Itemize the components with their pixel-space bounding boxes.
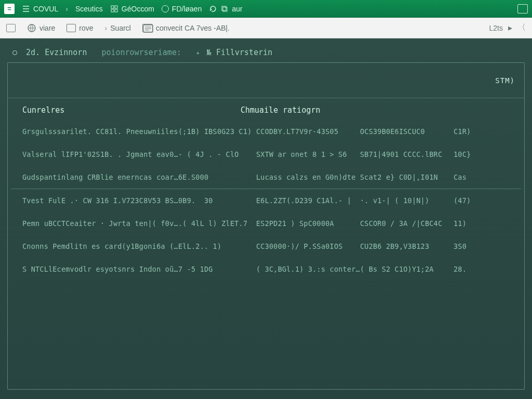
svg-rect-0: [111, 6, 114, 8]
toolbar-item-2[interactable]: › Suarcl: [105, 24, 131, 32]
ribbon: = COVUL › Sceutics GéOccom FD/løaen aur: [0, 0, 532, 18]
cell: (;1B) IBS0G23 C1): [178, 127, 256, 136]
cell: CSCOR0 / 3A /|CBC4C: [360, 219, 454, 228]
grid-icon: [110, 5, 118, 13]
cell: ( Bs S2 C1O)Y1;2A: [360, 265, 454, 273]
cell: 11): [454, 219, 510, 228]
ribbon-item-1[interactable]: Sceutics: [75, 5, 103, 13]
cell: S NTCLlEcemvodlr esyotsnrs Indon oũ CC (…: [22, 265, 178, 273]
page-icon: [66, 24, 76, 32]
cell: .( 4lL l) ZlET.7_: [178, 219, 256, 228]
ribbon-label: Sceutics: [75, 5, 103, 13]
toolbar-item-1[interactable]: rove: [66, 24, 93, 32]
tab-b[interactable]: poionrowrseriame:: [101, 48, 181, 57]
svg-rect-4: [222, 6, 226, 10]
cell: Pemn uBCCTCeaiter · Jwrta ten|( f0vl. I …: [22, 219, 178, 228]
cell: Valseral lIFP1'02S1B. . Jgmant eav00 -- …: [22, 150, 178, 158]
form-icon: [142, 24, 153, 32]
table-row[interactable]: Grsgulsssarilet. CC81l. Pneeuwniiles (;1…: [11, 120, 521, 143]
document-icon[interactable]: [6, 24, 16, 32]
stage: 2d. Evzinnorn poionrowrseriame: ✦ № Fill…: [0, 38, 532, 399]
layers-icon: [220, 5, 229, 13]
table-row[interactable]: Cnonns Pemdlitn es card(y1Bgoni6a (| 81 …: [11, 235, 521, 258]
euro-icon: [162, 5, 169, 12]
cell: Gudspantinlang CRBlie enerncas coars l.e…: [22, 173, 178, 181]
svg-rect-5: [223, 7, 227, 11]
table-row[interactable]: Valseral lIFP1'02S1B. . Jgmant eav00 -- …: [11, 143, 521, 166]
svg-rect-2: [111, 9, 114, 12]
tab-c[interactable]: ✦ № Fillvrsterin: [196, 48, 272, 57]
cell: CCODBY.LT7V9r-43S05: [256, 127, 360, 136]
app-menu-button[interactable]: =: [4, 4, 15, 14]
toolbar-label: convecit CA 7ves -AB|.: [156, 24, 230, 32]
cell: 6E.S000: [178, 173, 256, 181]
cell: OCS39B0E6ISCUC0: [360, 127, 454, 136]
toolbar-item-3[interactable]: convecit CA 7ves -AB|.: [142, 24, 230, 32]
panel-corner-label: STM): [495, 76, 515, 85]
globe-icon: [27, 23, 36, 33]
cell: Grsgulsssarilet. CC81l. Pneeuwniiles: [22, 127, 178, 136]
toolbar-label: rove: [79, 24, 93, 32]
cell: 28.: [454, 265, 510, 273]
toolbar: viare rove › Suarcl convecit CA 7ves -AB…: [0, 18, 532, 38]
cell: SXTW ar onet 8 1 > S6: [256, 150, 360, 158]
cell: Lucass calzs en G0n)dte: [256, 173, 360, 181]
toolbar-label: Suarcl: [110, 24, 131, 32]
ribbon-item-0[interactable]: COVUL: [22, 5, 58, 13]
rows: Grsgulsssarilet. CC81l. Pneeuwniiles (;1…: [8, 117, 524, 283]
toolbar-right-label: L2ts: [489, 24, 503, 32]
chevron-right-icon: ›: [65, 5, 68, 13]
cell: Cas: [454, 173, 510, 181]
ribbon-label: FD/løaen: [172, 5, 202, 13]
cell: 3S0: [454, 242, 510, 250]
chevron-left-icon[interactable]: 〈: [517, 22, 526, 33]
refresh-icon: [209, 5, 217, 13]
cell: ElL.2.. 1): [178, 242, 256, 250]
cell: 7 -5 1DG: [178, 265, 256, 273]
list-icon: [22, 5, 30, 13]
table-row[interactable]: Tvest FulE .· CW 316 I.V723C8V53 BSS10V …: [11, 189, 521, 212]
table-row[interactable]: Gudspantinlang CRBlie enerncas coars l.e…: [11, 166, 521, 189]
table-row[interactable]: Pemn uBCCTCeaiter · Jwrta ten|( f0vl. I …: [11, 212, 521, 235]
cell: (47): [454, 196, 510, 205]
play-icon[interactable]: ▸: [508, 23, 512, 33]
cell: 10C}: [454, 150, 510, 158]
column-headers: Cunrelres Chmuaile ratiogrn: [8, 98, 524, 117]
table-row[interactable]: S NTCLlEcemvodlr esyotsnrs Indon oũ CC (…: [11, 258, 521, 281]
tab-a[interactable]: 2d. Evzinnorn: [12, 48, 87, 57]
radio-icon: [12, 50, 17, 55]
tab-label: poionrowrseriame:: [101, 48, 181, 57]
panel: STM) Cunrelres Chmuaile ratiogrn Grsguls…: [7, 62, 525, 390]
cell: - ( 4J . - ClO: [178, 150, 256, 158]
cell: CU2B6 2B9,V3B123: [360, 242, 454, 250]
cell: SB71|4901 CCCC.lBRC: [360, 150, 454, 158]
chevron-right-icon: ›: [105, 24, 108, 32]
tabs: 2d. Evzinnorn poionrowrseriame: ✦ № Fill…: [7, 46, 525, 62]
tab-label: 2d. Evzinnorn: [26, 48, 87, 57]
ribbon-label: aur: [232, 5, 242, 13]
cell: ES2PD21 ) SpC0000A: [256, 219, 360, 228]
ribbon-item-2[interactable]: GéOccom: [110, 5, 154, 13]
toolbar-label: viare: [39, 24, 55, 32]
column-header-left: Cunrelres: [22, 105, 241, 115]
ribbon-label: GéOccom: [122, 5, 154, 13]
panel-header: STM): [8, 63, 524, 98]
cell: 0B9. _30: [178, 196, 256, 205]
cell: Scat2 e} C0D|,I01N: [360, 173, 454, 181]
ribbon-label: COVUL: [33, 5, 58, 13]
toolbar-item-0[interactable]: viare: [27, 23, 55, 33]
svg-rect-1: [115, 6, 117, 8]
cell: ·. v1-| ( 10|N|): [360, 196, 454, 205]
toolbar-right: L2ts ▸ 〈: [489, 22, 526, 33]
cell: CC30000·)/ P.SSa0IOS: [256, 242, 360, 250]
window-control-icon[interactable]: [517, 4, 528, 14]
ribbon-right: [517, 4, 528, 14]
sparkle-icon: ✦: [196, 49, 200, 57]
cell: ( 3C,BGl.1) 3.:s conter 5: [256, 265, 360, 273]
tab-label: № Fillvrsterin: [207, 48, 272, 57]
cell: E6L.2ZT(.D239 C1Al.- |: [256, 196, 360, 205]
column-header-right: Chmuaile ratiogrn: [241, 105, 321, 115]
cell: Tvest FulE .· CW 316 I.V723C8V53 BSS10V: [22, 196, 178, 205]
ribbon-item-3[interactable]: FD/løaen: [162, 5, 202, 13]
ribbon-item-4[interactable]: aur: [209, 5, 242, 13]
